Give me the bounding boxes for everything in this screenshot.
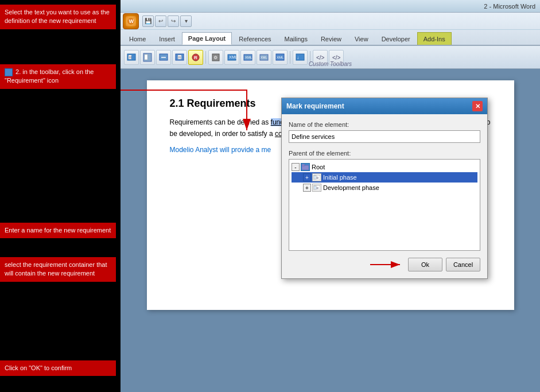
toolbar-icon-4[interactable]: R	[172, 50, 187, 65]
step-2-box: 2. in the toolbar, click on the "Require…	[0, 64, 116, 89]
tab-page-layout[interactable]: Page Layout	[182, 32, 232, 45]
svg-text:</>: </>	[316, 55, 325, 61]
svg-text:↓: ↓	[297, 55, 299, 60]
tab-home[interactable]: Home	[123, 32, 152, 45]
step-3-text: Enter a name for the new requirement	[5, 227, 111, 234]
office-button-inner: W	[126, 16, 136, 26]
save-quick-btn[interactable]: 💾	[142, 15, 154, 27]
redo-quick-btn[interactable]: ↪	[168, 15, 179, 27]
svg-rect-32	[314, 176, 316, 179]
sidebar: Select the text you want to use as the d…	[0, 0, 121, 392]
dialog-name-label: Name of the element:	[289, 121, 480, 128]
toolbar-icon-2[interactable]	[140, 50, 155, 65]
dialog-title: Mark requirement	[286, 102, 344, 110]
tree-icon-dev: R	[312, 184, 321, 192]
mark-requirement-dialog: Mark requirement ✕ Name of the element: …	[281, 98, 488, 279]
custom-toolbars-label: Custom Toolbars	[309, 61, 352, 67]
step-5-box: Click on "OK" to confirm	[0, 360, 116, 376]
svg-rect-30	[302, 164, 305, 166]
tree-icon-initial: R	[312, 173, 321, 181]
svg-text:R: R	[194, 55, 197, 60]
office-button[interactable]: W	[123, 13, 139, 29]
tab-addins[interactable]: Add-Ins	[417, 32, 452, 45]
tree-item-initial-label: Initial phase	[323, 174, 357, 181]
svg-rect-6	[145, 55, 147, 60]
tree-expander-dev[interactable]: +	[303, 184, 311, 192]
document-area: 2.1 Requirements Requirements can be def…	[121, 69, 540, 392]
toolbar-icon-3[interactable]	[156, 50, 171, 65]
titlebar: 2 - Microsoft Word	[121, 0, 540, 13]
toolbar-row: R R R ⚙ XML XML XML XML ↓	[121, 46, 540, 69]
ok-arrow-icon	[370, 259, 405, 270]
cancel-button[interactable]: Cancel	[446, 258, 480, 271]
svg-text:</>: </>	[332, 55, 341, 61]
svg-text:R: R	[129, 56, 132, 59]
svg-text:R: R	[178, 55, 181, 59]
step-2-icon	[5, 68, 13, 76]
tree-expander-root[interactable]: -	[292, 163, 300, 171]
svg-text:R: R	[317, 176, 319, 180]
toolbar-sep-1	[205, 51, 206, 64]
dialog-titlebar: Mark requirement ✕	[282, 98, 487, 114]
dialog-body: Name of the element: Parent of the eleme…	[282, 114, 487, 278]
toolbar-icon-9[interactable]: XML	[273, 50, 288, 65]
step-1-text: Select the text you want to use as the d…	[5, 9, 110, 24]
toolbar-icon-1[interactable]: R	[124, 50, 139, 65]
quick-access-toolbar: 💾 ↩ ↪ ▾	[142, 15, 192, 27]
tab-references[interactable]: References	[232, 32, 277, 45]
svg-text:⚙: ⚙	[213, 55, 217, 60]
tree-item-dev-label: Development phase	[323, 184, 379, 191]
ribbon-top: W 💾 ↩ ↪ ▾	[121, 13, 540, 30]
tab-insert[interactable]: Insert	[153, 32, 181, 45]
dialog-parent-label: Parent of the element:	[289, 150, 480, 157]
step-2-text: 2. in the toolbar, click on the "Require…	[5, 68, 94, 84]
tree-expander-initial[interactable]: +	[303, 173, 311, 181]
dialog-name-input[interactable]	[289, 130, 480, 143]
dialog-close-button[interactable]: ✕	[472, 101, 483, 111]
toolbar-icon-7[interactable]: XML	[240, 50, 255, 65]
toolbar-icon-import[interactable]: ↓	[293, 50, 308, 65]
svg-text:XML: XML	[229, 55, 236, 59]
step-4-box: select the requirement container that wi…	[0, 257, 116, 282]
tree-item-dev-phase[interactable]: + R Development phase	[292, 183, 477, 193]
toolbar-icon-5[interactable]: ⚙	[208, 50, 223, 65]
tree-item-root-label: Root	[312, 164, 325, 170]
tree-icon-root	[301, 163, 310, 171]
svg-text:R: R	[317, 187, 319, 190]
toolbar-sep-2	[290, 51, 290, 64]
toolbar-icon-8[interactable]: XML	[257, 50, 271, 65]
tree-item-initial-phase[interactable]: + R Initial phase	[292, 172, 477, 183]
tab-review[interactable]: Review	[314, 32, 348, 45]
main-area: 2 - Microsoft Word W 💾 ↩ ↪ ▾ Home	[121, 0, 540, 392]
step-5-text: Click on "OK" to confirm	[5, 364, 72, 371]
dialog-tree: - Root + R Initial phase	[289, 159, 480, 251]
dropdown-quick-btn[interactable]: ▾	[180, 15, 192, 27]
undo-quick-btn[interactable]: ↩	[155, 15, 166, 27]
tree-item-root[interactable]: - Root	[292, 162, 477, 172]
ribbon: W 💾 ↩ ↪ ▾ Home Insert Page Layout Refere…	[121, 13, 540, 46]
titlebar-text: 2 - Microsoft Word	[484, 3, 535, 10]
step-1-box: Select the text you want to use as the d…	[0, 5, 116, 29]
svg-text:XML: XML	[277, 56, 284, 59]
ok-button[interactable]: Ok	[408, 258, 442, 271]
dialog-footer: Ok Cancel	[289, 258, 480, 271]
svg-rect-35	[314, 186, 316, 189]
toolbar-icon-modelio-req[interactable]: R	[188, 50, 203, 65]
svg-text:XML: XML	[261, 56, 267, 59]
step-4-text: select the requirement container that wi…	[5, 261, 107, 277]
ribbon-tabs: Home Insert Page Layout References Maili…	[121, 30, 540, 45]
tab-developer[interactable]: Developer	[375, 32, 417, 45]
step-3-box: Enter a name for the new requirement	[0, 223, 116, 238]
tab-view[interactable]: View	[348, 32, 375, 45]
tab-mailings[interactable]: Mailings	[278, 32, 314, 45]
svg-text:W: W	[129, 18, 134, 24]
doc-text-pre: Requirements can be defined as	[170, 118, 271, 126]
toolbar-icon-6[interactable]: XML	[224, 50, 239, 65]
svg-text:XML: XML	[245, 56, 252, 59]
